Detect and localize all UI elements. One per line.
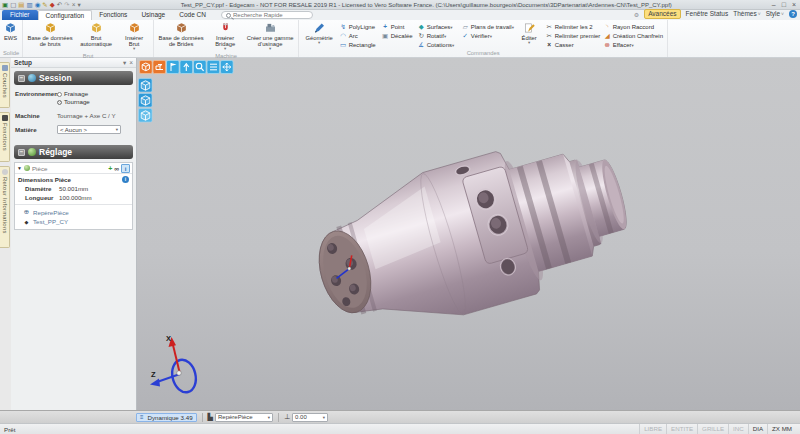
gear-icon[interactable]: ⚙ <box>634 11 639 18</box>
expander-icon[interactable]: ▼ <box>17 165 22 171</box>
relimiter-premier-button[interactable]: ✂ Relimiter premier <box>544 32 600 40</box>
reglage-section-header[interactable]: − Réglage <box>14 145 133 159</box>
search-input[interactable] <box>233 12 303 18</box>
brut-auto-button[interactable]: Brut automatique <box>76 21 116 52</box>
workplane-icon: ▱ <box>461 23 469 31</box>
angle-select[interactable]: 0.00 ▾ <box>292 413 328 422</box>
tab-code-cn[interactable]: Code CN <box>172 10 213 20</box>
arc-button[interactable]: ◠ Arc <box>338 32 378 40</box>
undo-icon[interactable]: ↶ <box>57 0 62 9</box>
open-icon[interactable]: ▤ <box>18 0 24 9</box>
piece-row[interactable]: ▼ Pièce + ∞ i <box>15 163 132 174</box>
shaded-view-button[interactable] <box>140 61 153 74</box>
minimize-button[interactable]: – <box>772 1 776 8</box>
rectangle-button[interactable]: ▭ Rectangle <box>338 41 378 49</box>
flag-button[interactable] <box>167 61 180 74</box>
z-axis-label: Z <box>151 370 156 379</box>
ews-button[interactable]: EWS <box>3 21 18 49</box>
geometrie-button[interactable]: Géométrie <box>302 21 336 49</box>
tab-fichier[interactable]: Fichier <box>2 10 38 20</box>
dynamic-mode-button[interactable]: ≡ Dynamique 3.49 <box>136 413 197 422</box>
tab-fonctions[interactable]: Fonctions <box>92 10 134 20</box>
advanced-toggle[interactable]: Avancées <box>644 9 680 19</box>
binoculars-icon[interactable]: ∞ <box>114 165 119 172</box>
radio-fraisage[interactable]: Fraisage <box>57 90 90 97</box>
close-doc-icon[interactable]: × <box>72 0 76 9</box>
tree-item-part[interactable]: ◆ Test_PP_CY <box>15 217 132 226</box>
edit-icon <box>523 22 536 34</box>
status-flag-libre[interactable]: LIBRE <box>639 424 666 434</box>
creation-chanfrein-label: Création Chanfrein <box>613 33 663 39</box>
verifier-button[interactable]: ✓ Vérifier <box>460 32 514 40</box>
shading-mode-1-button[interactable] <box>139 79 153 93</box>
datum-select[interactable]: RepèrePièce ▾ <box>215 413 273 422</box>
point-button[interactable]: + Point <box>380 23 414 31</box>
inserer-brut-button[interactable]: Insérer Brut <box>118 21 150 52</box>
radio-tournage[interactable]: Tournage <box>57 98 90 105</box>
rotatif-button[interactable]: ↻ Rotatif <box>416 32 458 40</box>
redo-icon[interactable]: ↷ <box>64 0 69 9</box>
info-icon[interactable]: ◉ <box>35 0 41 9</box>
record-icon[interactable]: ◆ <box>50 0 55 9</box>
themes-menu[interactable]: Thèmes <box>733 10 760 18</box>
editer-button[interactable]: Éditer <box>516 21 542 49</box>
part-3d-model[interactable] <box>300 130 640 342</box>
creation-chanfrein-button[interactable]: ◢ Création Chanfrein <box>602 32 664 40</box>
status-flag-inc[interactable]: INC <box>728 424 748 434</box>
inserer-bridage-button[interactable]: Insérer Bridage <box>207 21 243 52</box>
decalee-button[interactable]: ▣ Décalée <box>380 32 414 40</box>
pan-button[interactable] <box>221 61 234 74</box>
shading-mode-2-button[interactable] <box>139 94 153 108</box>
sidetab-fonctions[interactable]: Fonctions <box>0 112 10 162</box>
panel-close-icon[interactable]: × <box>129 59 133 67</box>
surfaces-button[interactable]: ◆ Surfaces <box>416 23 458 31</box>
collapse-icon[interactable]: − <box>18 75 25 82</box>
sidetab-retour-informations[interactable]: Retour Informations <box>0 166 10 248</box>
effacer-button[interactable]: ⊗ Effacer <box>602 41 664 49</box>
tree-item-repere[interactable]: ⊕ RepèrePièce <box>15 207 132 217</box>
tab-configuration[interactable]: Configuration <box>38 10 93 20</box>
db-brides-button[interactable]: Base de données de Brides <box>157 21 205 52</box>
style-menu[interactable]: Style <box>766 10 784 18</box>
stock-display-button[interactable] <box>153 61 166 74</box>
status-flag-dia[interactable]: DIA <box>748 424 767 434</box>
zoom-button[interactable] <box>194 61 207 74</box>
auto-stock-icon <box>90 22 103 34</box>
tab-usinage[interactable]: Usinage <box>134 10 172 20</box>
status-window-toggle[interactable]: Fenêtre Status <box>686 10 729 18</box>
rayon-raccord-button[interactable]: ◝ Rayon Raccord <box>602 23 664 31</box>
help-icon[interactable]: ? <box>789 10 797 18</box>
radio-fraisage-circle[interactable] <box>57 92 62 97</box>
datum-up-button[interactable] <box>180 61 193 74</box>
sidetab-retour-informations-label: Retour Informations <box>2 177 8 234</box>
viewport-3d[interactable]: X Z <box>137 58 800 410</box>
status-flag-entite[interactable]: ENTITE <box>666 424 697 434</box>
new-icon[interactable]: ▢ <box>10 0 16 9</box>
relimiter-les-2-button[interactable]: ✂ Relimiter les 2 <box>544 23 600 31</box>
shading-mode-3-button[interactable] <box>139 109 153 123</box>
status-ready: Prêt <box>0 426 15 433</box>
polyligne-button[interactable]: ↯ PolyLigne <box>338 23 378 31</box>
gamme-usinage-button[interactable]: Créer une gamme d'usinage <box>245 21 295 52</box>
close-button[interactable]: × <box>792 1 796 8</box>
wizard-icon[interactable]: ✎ <box>42 0 47 9</box>
quick-search[interactable] <box>221 11 313 19</box>
maximize-button[interactable]: □ <box>782 1 786 8</box>
casser-button[interactable]: × Casser <box>544 41 600 49</box>
sidetab-couches[interactable]: Couches <box>0 62 10 108</box>
save-icon[interactable]: ▥ <box>26 0 32 9</box>
collapse-icon[interactable]: − <box>18 149 25 156</box>
status-flag-grille[interactable]: GRILLE <box>697 424 728 434</box>
radio-tournage-circle[interactable] <box>57 100 62 105</box>
session-section-header[interactable]: − Session <box>14 71 133 85</box>
db-bruts-button[interactable]: Base de données de bruts <box>26 21 74 52</box>
info-icon[interactable]: i <box>122 176 129 183</box>
cotations-button[interactable]: ∡ Cotations <box>416 41 458 49</box>
plans-travail-button[interactable]: ▱ Plans de travail <box>460 23 514 31</box>
panel-pin-icon[interactable]: ▾ <box>123 59 126 67</box>
list-button[interactable] <box>207 61 220 74</box>
add-icon[interactable]: + <box>108 165 112 172</box>
matiere-select[interactable]: < Aucun > ▾ <box>57 125 121 134</box>
info-toggle-icon[interactable]: i <box>121 164 130 173</box>
status-flag-zx-mm[interactable]: ZX MM <box>767 424 796 434</box>
